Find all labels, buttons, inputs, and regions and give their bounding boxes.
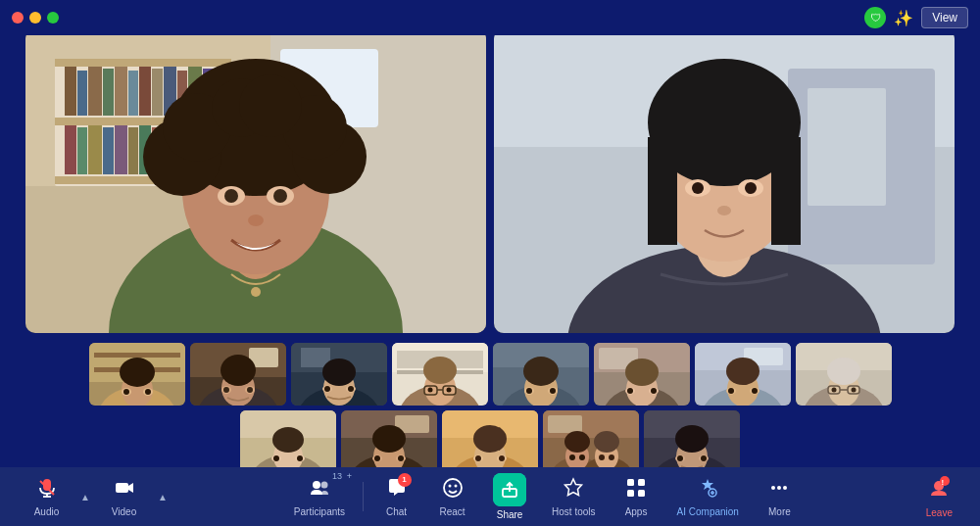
svg-rect-12 xyxy=(139,67,151,116)
participant-thumb-3[interactable] xyxy=(291,343,387,406)
participant-thumb-8[interactable] xyxy=(796,343,892,406)
participant-thumb-9[interactable] xyxy=(240,410,336,473)
participants-label: Participants xyxy=(294,506,345,517)
svg-point-72 xyxy=(123,389,129,395)
svg-point-92 xyxy=(324,386,330,392)
svg-rect-199 xyxy=(116,483,128,493)
svg-point-185 xyxy=(609,454,614,460)
svg-rect-11 xyxy=(128,71,138,116)
svg-rect-51 xyxy=(808,88,886,206)
view-button[interactable]: View xyxy=(921,7,968,28)
svg-rect-22 xyxy=(115,125,127,174)
svg-point-89 xyxy=(322,359,356,386)
host-tools-label: Host tools xyxy=(552,506,595,517)
share-button[interactable]: Share xyxy=(481,469,538,524)
svg-point-184 xyxy=(599,454,605,460)
svg-point-204 xyxy=(454,484,457,487)
svg-point-46 xyxy=(248,215,264,226)
window-controls xyxy=(12,12,59,24)
svg-point-83 xyxy=(247,387,253,393)
svg-rect-175 xyxy=(548,415,582,433)
ai-companion-label: AI Companion xyxy=(677,506,739,517)
svg-point-193 xyxy=(677,455,683,461)
participant-thumb-2[interactable] xyxy=(190,343,286,406)
svg-rect-23 xyxy=(128,127,138,174)
titlebar-right: 🛡 ✨ View xyxy=(864,7,968,28)
minimize-dot[interactable] xyxy=(29,12,41,24)
participant-thumb-5[interactable] xyxy=(493,343,589,406)
close-dot[interactable] xyxy=(12,12,24,24)
svg-rect-8 xyxy=(88,67,102,116)
share-icon xyxy=(493,473,526,506)
svg-text:!: ! xyxy=(942,478,945,487)
svg-point-182 xyxy=(569,454,575,460)
chat-button[interactable]: 1 Chat xyxy=(369,473,423,521)
more-button[interactable]: More xyxy=(753,473,807,521)
chat-badge: 1 xyxy=(398,473,412,487)
participants-button[interactable]: 13 + Participants xyxy=(282,473,357,521)
svg-point-93 xyxy=(348,386,354,392)
svg-rect-20 xyxy=(88,125,102,174)
svg-point-163 xyxy=(398,455,404,461)
toolbar: Audio ▲ Video ▲ xyxy=(0,467,980,526)
svg-rect-206 xyxy=(627,479,634,486)
divider-1 xyxy=(363,482,364,511)
main-video-1 xyxy=(25,29,486,333)
security-icon: 🛡 xyxy=(864,7,886,28)
apps-label: Apps xyxy=(625,506,648,517)
strip-row-2 xyxy=(157,410,823,473)
participant-thumb-12[interactable] xyxy=(543,410,639,473)
toolbar-right: ! Leave xyxy=(918,472,960,522)
participant-thumb-6[interactable] xyxy=(594,343,690,406)
svg-point-171 xyxy=(475,455,481,461)
svg-point-105 xyxy=(446,388,451,393)
svg-point-162 xyxy=(374,455,380,461)
svg-rect-209 xyxy=(638,490,645,497)
apps-button[interactable]: Apps xyxy=(610,473,663,521)
react-button[interactable]: React xyxy=(425,473,479,521)
svg-point-211 xyxy=(771,486,775,490)
svg-rect-9 xyxy=(103,69,114,116)
host-tools-button[interactable]: Host tools xyxy=(540,473,607,521)
svg-point-134 xyxy=(752,388,758,394)
video-icon xyxy=(114,477,135,503)
participant-thumb-4[interactable] xyxy=(392,343,488,406)
participants-count: 13 xyxy=(332,471,342,481)
react-icon xyxy=(442,477,464,503)
svg-point-100 xyxy=(423,357,457,384)
svg-point-149 xyxy=(272,427,304,453)
audio-button[interactable]: Audio xyxy=(20,473,74,521)
leave-button[interactable]: ! Leave xyxy=(918,472,960,522)
ai-companion-icon xyxy=(697,477,718,503)
maximize-dot[interactable] xyxy=(47,12,59,24)
svg-point-114 xyxy=(550,388,556,394)
svg-point-180 xyxy=(564,431,590,453)
svg-rect-208 xyxy=(627,490,634,497)
participant-thumb-11[interactable] xyxy=(442,410,538,473)
video-button[interactable]: Video xyxy=(97,473,151,521)
participant-thumb-7[interactable] xyxy=(695,343,791,406)
svg-rect-207 xyxy=(638,479,645,486)
participant-thumb-1[interactable] xyxy=(89,343,185,406)
host-tools-icon xyxy=(563,477,584,503)
svg-point-202 xyxy=(444,479,462,497)
audio-chevron[interactable]: ▲ xyxy=(77,488,93,506)
svg-point-123 xyxy=(627,388,633,394)
participant-thumb-13[interactable] xyxy=(644,410,740,473)
participants-icon: 13 + xyxy=(309,477,330,503)
svg-point-82 xyxy=(223,387,229,393)
video-chevron[interactable]: ▲ xyxy=(155,488,171,506)
participant-thumb-10[interactable] xyxy=(341,410,437,473)
svg-rect-6 xyxy=(65,67,76,116)
ai-companion-button[interactable]: AI Companion xyxy=(665,473,751,521)
svg-point-144 xyxy=(851,388,856,393)
chat-icon: 1 xyxy=(386,477,408,503)
leave-icon: ! xyxy=(927,476,951,504)
svg-point-190 xyxy=(675,425,709,453)
svg-point-203 xyxy=(448,484,451,487)
strip-row-1 xyxy=(157,343,823,406)
svg-point-47 xyxy=(251,287,261,297)
share-label: Share xyxy=(497,509,523,520)
toolbar-center: 13 + Participants 1 Chat xyxy=(282,469,807,524)
wand-icon: ✨ xyxy=(894,9,913,27)
